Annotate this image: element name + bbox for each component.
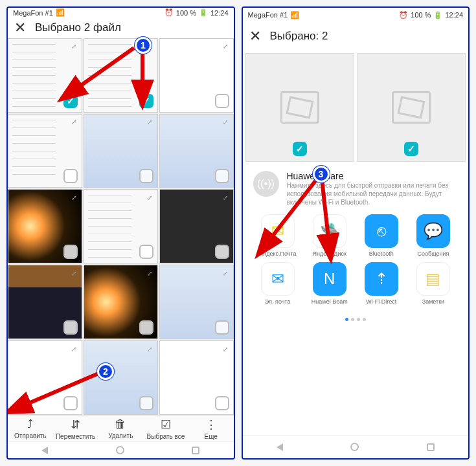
share-app-icon: ▤ <box>416 262 450 296</box>
expand-icon <box>69 192 79 203</box>
checkbox-off-icon[interactable] <box>139 320 153 335</box>
move-icon: ⇵ <box>71 417 80 432</box>
nav-back-icon[interactable] <box>41 447 48 454</box>
header-title: Выбрано: 2 <box>270 30 328 43</box>
share-target[interactable]: 🛸Яндекс.Диск <box>305 214 354 257</box>
share-target[interactable]: ✉Эл. почта <box>253 262 302 305</box>
gallery-thumb[interactable] <box>8 189 82 263</box>
close-icon[interactable]: ✕ <box>14 19 26 36</box>
dot-icon <box>351 318 354 321</box>
action-label: Еще <box>204 433 217 440</box>
phone-right: MegaFon #1 📶 ⏰ 100 % 🔋 12:24 ✕ Выбрано: … <box>242 6 470 460</box>
alarm-icon: ⏰ <box>164 8 174 17</box>
close-icon[interactable]: ✕ <box>249 28 261 45</box>
share-target[interactable]: 💬Сообщения <box>409 214 458 257</box>
expand-icon <box>69 344 79 354</box>
share-target[interactable]: NHuawei Beam <box>305 262 354 305</box>
share-app-label: Huawei Beam <box>312 298 348 305</box>
checkbox-on-icon[interactable] <box>139 94 153 108</box>
android-navbar <box>8 441 234 458</box>
share-target[interactable]: ▤Заметки <box>409 262 458 305</box>
checkbox-off-icon[interactable] <box>63 169 78 183</box>
checkbox-off-icon[interactable] <box>215 94 229 108</box>
share-sheet: ((•)) Huawei Share Нажмите здесь для быс… <box>243 164 469 435</box>
expand-icon <box>220 41 231 52</box>
delete-icon: 🗑 <box>115 417 126 431</box>
share-app-icon: 🛸 <box>313 214 346 248</box>
share-targets-grid: ✉Яндекс.Почта🛸Яндекс.Диск⎋Bluetooth💬Сооб… <box>253 214 459 305</box>
checkbox-off-icon[interactable] <box>215 169 229 183</box>
checkbox-off-icon[interactable] <box>139 396 153 410</box>
carrier-label: MegaFon #1 <box>13 9 53 17</box>
action-bar: ⤴Отправить⇵Переместить🗑Удалить☑Выбрать в… <box>8 415 234 441</box>
checkbox-on-icon[interactable] <box>404 142 418 156</box>
gallery-grid[interactable]: 1 2 <box>8 38 234 415</box>
checkbox-off-icon[interactable] <box>215 245 229 259</box>
share-app-icon: ⎋ <box>365 214 398 248</box>
phone-left: MegaFon #1 📶 ⏰ 100 % 🔋 12:24 ✕ Выбрано 2… <box>6 6 235 460</box>
gallery-thumb[interactable] <box>84 189 158 263</box>
checkbox-off-icon[interactable] <box>215 320 229 335</box>
annotation-bubble-1: 1 <box>135 37 152 54</box>
header-title: Выбрано 2 файл <box>35 21 121 34</box>
checkbox-off-icon[interactable] <box>139 245 153 259</box>
checkbox-on-icon[interactable] <box>63 94 78 108</box>
share-app-icon: ✉ <box>261 214 295 248</box>
checkbox-off-icon[interactable] <box>139 169 153 183</box>
gallery-thumb[interactable] <box>8 340 82 415</box>
battery-label: 100 % <box>411 11 431 19</box>
share-button[interactable]: ⤴Отправить <box>8 416 53 441</box>
huawei-share-desc: Нажмите здесь для быстрой отправки или п… <box>287 181 459 206</box>
gallery-thumb[interactable] <box>159 38 234 113</box>
battery-label: 100 % <box>176 9 196 17</box>
select-all-button[interactable]: ☑Выбрать все <box>143 416 188 441</box>
checkbox-off-icon[interactable] <box>63 396 78 410</box>
expand-icon <box>220 268 231 278</box>
checkbox-off-icon[interactable] <box>63 245 78 259</box>
share-app-label: Яндекс.Диск <box>313 250 346 257</box>
expand-icon <box>220 117 231 128</box>
expand-icon <box>220 192 231 203</box>
annotation-bubble-2: 2 <box>97 363 114 380</box>
checkbox-off-icon[interactable] <box>215 396 229 410</box>
checkbox-on-icon[interactable] <box>293 142 307 156</box>
nav-home-icon[interactable] <box>116 446 124 454</box>
gallery-thumb[interactable] <box>159 114 234 188</box>
gallery-thumb[interactable] <box>159 265 234 339</box>
share-app-label: Wi-Fi Direct <box>366 298 396 305</box>
nav-recent-icon[interactable] <box>192 447 199 454</box>
delete-button[interactable]: 🗑Удалить <box>98 416 143 441</box>
checkbox-off-icon[interactable] <box>63 320 78 335</box>
gallery-thumb[interactable] <box>8 265 82 339</box>
gallery-thumb[interactable] <box>84 265 158 339</box>
preview-thumb[interactable] <box>357 53 466 162</box>
share-app-label: Яндекс.Почта <box>259 250 297 257</box>
move-button[interactable]: ⇵Переместить <box>53 416 98 441</box>
gallery-thumb[interactable] <box>159 340 234 415</box>
expand-icon <box>69 41 79 52</box>
annotation-bubble-3: 3 <box>313 166 330 183</box>
action-label: Удалить <box>108 432 133 439</box>
share-target[interactable]: ⇡Wi-Fi Direct <box>357 262 406 305</box>
expand-icon <box>144 268 155 278</box>
share-target[interactable]: ✉Яндекс.Почта <box>253 214 302 257</box>
more-button[interactable]: ⋮Еще <box>188 416 234 441</box>
expand-icon <box>144 344 155 354</box>
expand-icon <box>220 344 231 354</box>
expand-icon <box>144 192 155 203</box>
gallery-thumb[interactable] <box>8 114 82 188</box>
share-target[interactable]: ⎋Bluetooth <box>357 214 406 257</box>
signal-icon: 📶 <box>56 8 65 17</box>
gallery-thumb[interactable] <box>8 38 82 113</box>
gallery-thumb[interactable] <box>159 189 234 263</box>
share-app-icon: ⇡ <box>365 262 398 296</box>
preview-thumb[interactable] <box>245 53 354 162</box>
huawei-share-row[interactable]: ((•)) Huawei Share Нажмите здесь для быс… <box>253 171 459 206</box>
action-label: Выбрать все <box>147 433 185 440</box>
share-icon: ⤴ <box>27 417 33 431</box>
gallery-thumb[interactable] <box>84 340 158 415</box>
nav-recent-icon[interactable] <box>427 443 435 451</box>
gallery-thumb[interactable] <box>84 114 158 188</box>
nav-back-icon[interactable] <box>277 443 283 451</box>
nav-home-icon[interactable] <box>350 443 359 451</box>
